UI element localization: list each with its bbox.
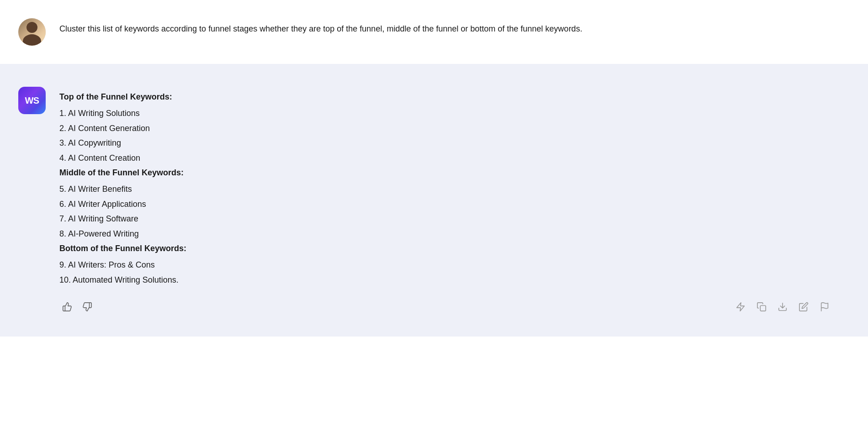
ai-message-content: Top of the Funnel Keywords: 1. AI Writin… [59,87,790,314]
keyword-item-4: 4. AI Content Creation [59,151,790,165]
keyword-item-5: 5. AI Writer Benefits [59,182,790,196]
thumbs-down-button[interactable] [79,300,95,314]
svg-rect-0 [760,305,766,311]
edit-button[interactable] [797,300,810,314]
keyword-item-6: 6. AI Writer Applications [59,197,790,211]
keyword-item-2: 2. AI Content Generation [59,121,790,136]
keyword-item-9: 9. AI Writers: Pros & Cons [59,258,790,272]
user-avatar-image [18,18,46,46]
keyword-item-10: 10. Automated Writing Solutions. [59,273,790,287]
keyword-item-8: 8. AI-Powered Writing [59,226,790,241]
keyword-item-7: 7. AI Writing Software [59,211,790,226]
flash-icon [736,302,746,312]
download-icon [778,302,788,312]
user-avatar [18,18,46,46]
download-button[interactable] [776,300,789,314]
right-actions [734,300,831,314]
chat-container: Cluster this list of keywords according … [0,0,868,337]
thumbs-up-icon [62,302,72,312]
ai-avatar: WS [18,87,46,114]
section-heading-middle: Middle of the Funnel Keywords: [59,165,790,180]
flag-button[interactable] [818,300,831,314]
action-bar [59,300,790,314]
section-heading-bottom: Bottom of the Funnel Keywords: [59,241,790,256]
thumbs-down-icon [82,302,92,312]
user-message-text: Cluster this list of keywords according … [59,18,790,36]
thumbs-up-button[interactable] [59,300,75,314]
section-top-funnel: Top of the Funnel Keywords: 1. AI Writin… [59,89,790,165]
keyword-item-1: 1. AI Writing Solutions [59,106,790,121]
flag-icon [820,302,830,312]
section-heading-top: Top of the Funnel Keywords: [59,89,790,104]
section-bottom-funnel: Bottom of the Funnel Keywords: 9. AI Wri… [59,241,790,287]
copy-button[interactable] [755,300,768,314]
edit-icon [799,302,809,312]
copy-icon [757,302,767,312]
ai-message: WS Top of the Funnel Keywords: 1. AI Wri… [0,64,868,337]
keyword-item-3: 3. AI Copywriting [59,136,790,150]
section-middle-funnel: Middle of the Funnel Keywords: 5. AI Wri… [59,165,790,241]
flash-button[interactable] [734,300,747,314]
user-message: Cluster this list of keywords according … [0,0,868,64]
